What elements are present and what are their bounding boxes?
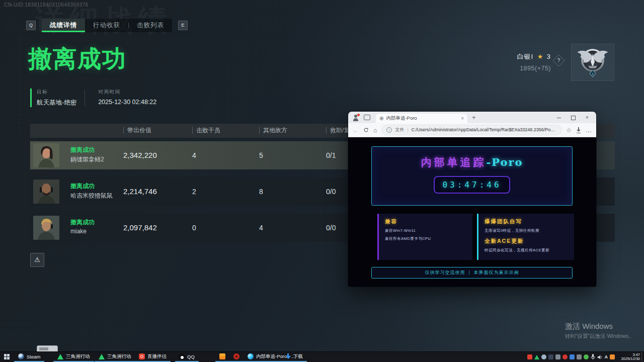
tab-close-icon[interactable]: × [461,116,464,121]
show-desktop-button[interactable] [641,352,644,362]
address-scheme-label: 文件 [395,127,404,133]
tray-icon-app[interactable] [562,354,568,359]
poro-timer: 03:47:46 [434,176,510,194]
tray-icon-shield[interactable] [548,354,553,359]
home-icon[interactable]: ⌂ [373,127,377,133]
taskbar-item-downloads[interactable]: 下载 [282,352,307,362]
match-info: 目标 航天基地-绝密 对局时间 2025-12-30 02:48:22 [30,88,156,107]
back-icon[interactable]: ← [353,127,359,133]
rank-badge: I [571,44,614,81]
result-title: 撤离成功 [28,43,127,75]
system-tray: A [527,352,615,362]
tray-icon-delta[interactable] [534,355,539,359]
row-other-enemies: 8 [259,177,263,206]
taskbar-item-delta-force-1[interactable]: 三角洲行动 [53,352,94,362]
row-status: 撤离成功 [70,182,95,191]
tab-kill-list[interactable]: 击败列表 [129,19,172,32]
ime-indicator[interactable]: A [605,354,608,359]
edge-icon [248,353,254,359]
objective-value: 航天基地-绝密 [37,99,76,107]
row-kills: 0 [192,214,196,242]
delta-force-icon [99,354,105,359]
minimize-icon[interactable] [552,112,566,123]
match-time-block: 对局时间 2025-12-30 02:48:22 [93,88,156,107]
row-status: 撤离成功 [70,218,95,227]
player-avatar [33,216,59,240]
row-player-name: 鍋缝噩拿鳝2 [70,155,104,164]
rank-tier: 白银I [517,53,534,60]
tray-icon-app[interactable] [555,354,560,359]
rank-info: 白银I ★ 3 1895(+75) [483,52,551,72]
tray-icon-app[interactable] [570,354,575,359]
start-button-icon[interactable] [4,354,10,360]
feature-heading: 爆爆团队自写 [485,218,568,225]
help-icon[interactable]: ? [552,54,565,66]
row-player-name: 哈吉米狡猾鼠鼠 [70,192,113,200]
features-card: 爆爆团队自写 无痕读写0特征，无惧任何检测 全新ACE更新 特征同步化写法，无视… [477,214,574,260]
row-rescue: 0/0 [326,177,336,206]
match-time-value: 2025-12-30 02:48:22 [98,99,156,106]
taskbar-clock[interactable]: 3:47 2025/12/30 [621,353,640,361]
poro-header-panel: 内部单追踪-Poro 03:47:46 [371,146,573,206]
eagle-badge-icon: I [574,46,612,79]
info-divider [85,89,85,106]
qq-icon [179,353,185,360]
new-tab-icon[interactable]: + [472,114,476,121]
row-kills: 2 [192,177,196,206]
tab-strip: 战绩详情 行动收获 击败列表 [42,19,172,32]
app-icon [233,353,239,359]
browser-tab-title: 内部单追-Poro [386,115,458,122]
row-rescue: 0/0 [326,214,336,242]
more-options-icon[interactable]: … [586,127,592,133]
tray-icon-app[interactable] [577,354,582,359]
feature-heading: 全新ACE更新 [485,238,568,245]
row-loot-value: 2,097,842 [123,214,157,242]
downloads-icon[interactable] [576,127,581,133]
taskbar-item-app1[interactable] [215,352,229,362]
taskbar-item-app2[interactable] [229,352,244,362]
taskbar-item-delta-force-2[interactable]: 三角洲行动 [95,352,135,362]
taskbar: Steam 三角洲行动 三角洲行动 直播伴侣 QQ 内部单追-Poro - ..… [0,351,644,362]
objective-block: 目标 航天基地-绝密 [30,88,76,107]
tray-icon-steam[interactable] [541,354,546,359]
tab-battle-details[interactable]: 战绩详情 [42,19,85,32]
tray-icon-app[interactable] [584,354,589,359]
favorite-star-icon[interactable]: ☆ [566,127,572,133]
speaker-icon[interactable] [597,354,603,360]
row-other-enemies: 5 [259,141,263,169]
decorative-ruler [19,30,20,136]
profile-icon[interactable] [352,114,359,121]
objective-label: 目标 [37,88,76,96]
close-icon[interactable]: × [580,112,594,123]
delta-force-icon [57,354,63,359]
browser-tab[interactable]: ⊕ 内部单追-Poro × [376,114,467,123]
windows-activation-watermark: 激活 Windows 转到“设置”以激活 Windows。 [565,322,634,340]
address-bar[interactable]: i 文件 | C:/Users/Administrator/AppData/Lo… [381,125,561,135]
browser-toolbar: ← ⌂ i 文件 | C:/Users/Administrator/AppDat… [348,123,596,137]
result-tab-bar: Q 战绩详情 行动收获 击败列表 E [26,19,188,32]
poro-title-cn: 内部单追踪 [421,156,486,168]
microphone-icon[interactable] [591,354,595,360]
warning-icon[interactable]: ⚠ [30,253,44,267]
compatibility-line: 兼容所有AMD显卡与CPU [385,236,466,241]
row-status: 撤离成功 [70,146,95,154]
file-icon: i [386,127,392,133]
taskbar-item-live-companion[interactable]: 直播伴侣 [135,352,171,362]
keyhint-e: E [178,21,188,30]
browser-content: 内部单追踪-Poro 03:47:46 兼容 兼容Win7-Win11 兼容所有… [348,137,596,287]
rank-score: 1895(+75) [483,65,551,72]
row-loot-value: 2,214,746 [123,177,157,206]
tray-icon-app[interactable] [610,354,615,359]
row-other-enemies: 4 [259,214,263,242]
taskbar-item-qq[interactable]: QQ [175,352,199,362]
steam-icon [18,353,24,359]
maximize-icon[interactable] [566,112,580,123]
tray-icon-live[interactable] [527,354,532,359]
tab-action-loot[interactable]: 行动收获 [85,19,128,32]
rank-level: 3 [547,53,551,60]
taskbar-item-steam[interactable]: Steam [14,352,44,362]
refresh-icon[interactable] [363,127,369,133]
tab-search-icon[interactable] [364,115,370,120]
rank-star-icon: ★ [537,53,543,60]
app-icon [219,353,225,359]
